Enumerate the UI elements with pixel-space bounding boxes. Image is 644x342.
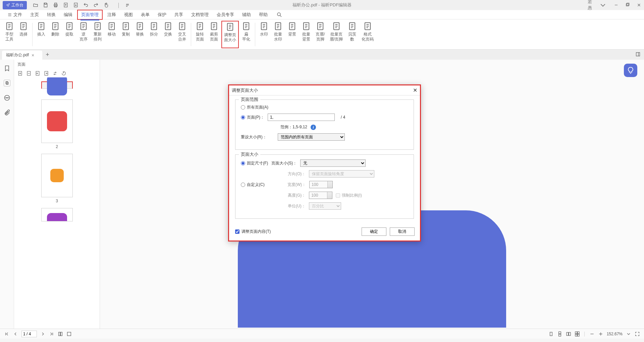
zoom-out-icon[interactable]: [589, 331, 595, 337]
print-icon[interactable]: [53, 2, 58, 8]
ribbon-移动[interactable]: 移动: [105, 21, 118, 48]
ok-button[interactable]: 确定: [362, 227, 386, 236]
ribbon-格式化页码[interactable]: 格式化页码: [360, 21, 376, 48]
ribbon-插入[interactable]: 插入: [35, 21, 48, 48]
menu-文档管理[interactable]: 文档管理: [188, 10, 212, 19]
menu-视图[interactable]: 视图: [121, 10, 136, 19]
thumb-extract-icon[interactable]: [35, 71, 40, 76]
ribbon-旋转页面[interactable]: 旋转页面: [193, 21, 207, 48]
page-thumb[interactable]: 2: [41, 99, 73, 149]
resize-select[interactable]: 范围内的所有页面: [278, 133, 345, 141]
dialog-close-icon[interactable]: ✕: [413, 87, 417, 93]
pages-radio[interactable]: 页面(P)：: [241, 115, 264, 120]
document-tab[interactable]: 福昕办公.pdf ×: [2, 51, 42, 60]
first-page-icon[interactable]: [4, 331, 9, 337]
menu-辅助[interactable]: 辅助: [239, 10, 254, 19]
view-cont-icon[interactable]: [557, 331, 562, 337]
new-tab-button[interactable]: +: [42, 50, 53, 60]
search-icon[interactable]: [276, 12, 282, 18]
cancel-button[interactable]: 取消: [390, 227, 415, 236]
info-icon[interactable]: i: [311, 125, 316, 130]
menu-file[interactable]: 文件: [4, 10, 25, 19]
menu-主页[interactable]: 主页: [27, 10, 42, 19]
tip-button[interactable]: [624, 64, 637, 77]
ribbon-手型工具[interactable]: 手型工具: [3, 21, 16, 48]
view-cont-facing-icon[interactable]: [575, 331, 580, 337]
menu-注释[interactable]: 注释: [104, 10, 119, 19]
ribbon-选择[interactable]: 选择: [17, 21, 30, 48]
ribbon-水印[interactable]: 水印: [257, 21, 271, 48]
ribbon-提取[interactable]: 提取: [63, 21, 76, 48]
doc-up-icon[interactable]: [63, 2, 68, 8]
fixed-size-radio[interactable]: 固定尺寸(F): [241, 160, 268, 166]
thumb-swap-icon[interactable]: [52, 71, 58, 76]
doc-down-icon[interactable]: [73, 2, 78, 8]
thumb-insert-icon[interactable]: [17, 71, 23, 76]
ribbon-逆页序[interactable]: 逆页序: [77, 21, 90, 48]
thumb-rotate-icon[interactable]: [61, 71, 66, 76]
redo-icon[interactable]: [93, 2, 99, 8]
minimize-button[interactable]: [614, 2, 619, 8]
collapse-panel-icon[interactable]: [635, 52, 641, 57]
all-pages-radio[interactable]: 所有页面(A): [241, 105, 268, 110]
ribbon-贝茨数[interactable]: 贝茨数: [345, 21, 359, 48]
fullscreen-icon[interactable]: [635, 331, 640, 337]
ribbon-批量背景[interactable]: 批量背景: [300, 21, 313, 48]
ribbon-背景[interactable]: 背景: [285, 21, 299, 48]
overflow-icon[interactable]: [125, 2, 130, 8]
ribbon-批量页眉/页脚[interactable]: 批量页眉/页脚: [328, 21, 345, 48]
menu-保护[interactable]: 保护: [154, 10, 170, 19]
zoom-in-icon[interactable]: [598, 331, 603, 337]
ribbon-删除[interactable]: 删除: [49, 21, 62, 48]
ribbon-调整页面大小[interactable]: 调整页面大小: [221, 21, 239, 48]
menu-帮助[interactable]: 帮助: [256, 10, 271, 19]
pages-panel-icon[interactable]: [4, 80, 10, 86]
ribbon-扁平化[interactable]: 扁平化: [239, 21, 253, 48]
thumb-delete-icon[interactable]: [26, 71, 32, 76]
bookmark-icon[interactable]: [4, 65, 10, 72]
ribbon-拆分[interactable]: 拆分: [147, 21, 161, 48]
zoom-dropdown-icon[interactable]: [626, 331, 631, 337]
custom-size-radio[interactable]: 自定义(C): [241, 182, 265, 188]
next-page-icon[interactable]: [40, 331, 46, 337]
view-single-icon[interactable]: [548, 331, 554, 337]
ribbon-交换[interactable]: 交换: [161, 21, 175, 48]
ribbon-批量水印[interactable]: 批量水印: [271, 21, 285, 48]
sb-icon-b[interactable]: [66, 331, 72, 337]
pagesize-select[interactable]: 无: [300, 159, 366, 167]
ribbon-替换[interactable]: 替换: [133, 21, 147, 48]
comments-icon[interactable]: [4, 94, 10, 101]
user-name[interactable]: 若愚: [588, 0, 592, 11]
save-icon[interactable]: [43, 2, 48, 8]
maximize-button[interactable]: [625, 2, 630, 8]
ribbon-重新排列[interactable]: 重新排列: [91, 21, 104, 48]
workspace-button[interactable]: 工作台: [3, 1, 27, 9]
page-thumb[interactable]: 3: [41, 154, 73, 203]
page-number-input[interactable]: [21, 331, 37, 337]
menu-转换[interactable]: 转换: [44, 10, 59, 19]
sb-icon-a[interactable]: [58, 331, 63, 337]
thumb-replace-icon[interactable]: [44, 71, 49, 76]
close-tab-icon[interactable]: ×: [32, 53, 34, 58]
open-icon[interactable]: [33, 2, 38, 8]
ribbon-交叉合并[interactable]: 交叉合并: [175, 21, 189, 48]
menu-页面管理[interactable]: 页面管理: [77, 10, 103, 20]
undo-icon[interactable]: [83, 2, 89, 8]
menu-共享[interactable]: 共享: [171, 10, 186, 19]
prev-page-icon[interactable]: [13, 331, 18, 337]
view-facing-icon[interactable]: [566, 331, 571, 337]
chevron-down-icon[interactable]: [599, 1, 607, 9]
menu-会员专享[interactable]: 会员专享: [213, 10, 237, 19]
attachments-icon[interactable]: [4, 109, 10, 116]
ribbon-复制[interactable]: 复制: [119, 21, 132, 48]
adjust-content-checkbox[interactable]: 调整页面内容(T): [235, 229, 271, 234]
last-page-icon[interactable]: [49, 331, 54, 337]
hand-drop-icon[interactable]: [103, 2, 109, 8]
page-thumb[interactable]: [41, 208, 73, 221]
menu-表单[interactable]: 表单: [138, 10, 153, 19]
close-button[interactable]: [637, 2, 641, 8]
ribbon-页眉/页脚[interactable]: 页眉/页脚: [314, 21, 327, 48]
page-thumb[interactable]: 1: [41, 81, 73, 95]
ribbon-裁剪页面[interactable]: 裁剪页面: [207, 21, 221, 48]
pages-input[interactable]: [268, 114, 335, 121]
